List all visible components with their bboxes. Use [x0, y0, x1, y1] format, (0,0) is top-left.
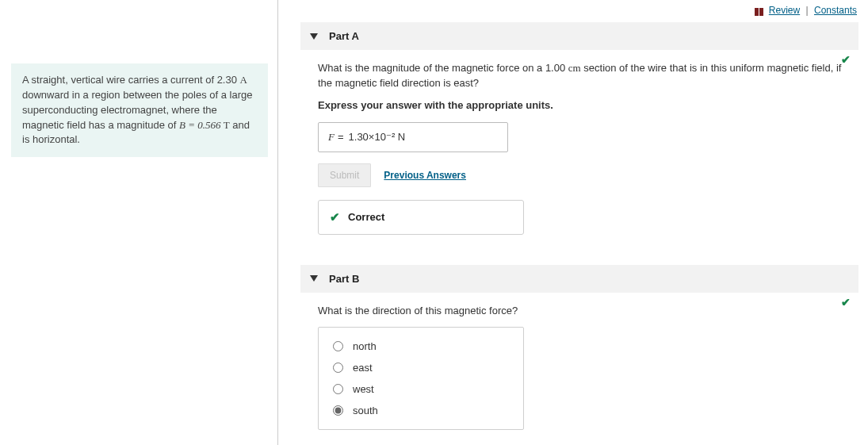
feedback-box: ✔ Correct — [318, 200, 524, 235]
collapse-icon — [310, 33, 318, 40]
radio-label: west — [353, 383, 374, 395]
separator: | — [806, 5, 809, 16]
equals-sign: = — [338, 131, 344, 143]
radio-label: east — [353, 362, 373, 374]
part-b-question: What is the direction of this magnetic f… — [318, 304, 854, 319]
radio-north[interactable] — [333, 341, 343, 351]
answer-input-box[interactable]: F = 1.30×10⁻² N — [318, 122, 508, 152]
part-b-checkmark-icon: ✔ — [841, 296, 851, 309]
part-a-title: Part A — [329, 30, 359, 42]
radio-south[interactable] — [333, 405, 343, 416]
part-a-instruction: Express your answer with the appropriate… — [318, 99, 854, 111]
radio-option-east[interactable]: east — [330, 357, 512, 378]
unit-tesla: T — [224, 119, 230, 131]
problem-text-1: A straight, vertical wire carries a curr… — [22, 74, 240, 86]
answer-symbol: F — [328, 131, 335, 144]
part-b-body: What is the direction of this magnetic f… — [300, 293, 858, 435]
check-icon: ✔ — [330, 210, 340, 224]
feedback-text: Correct — [348, 211, 384, 223]
content-area: Review | Constants Part A ✔ What is the … — [278, 0, 868, 445]
part-a-header[interactable]: Part A ✔ — [300, 22, 858, 50]
part-a-question: What is the magnitude of the magnetic fo… — [318, 61, 854, 91]
part-a-checkmark-icon: ✔ — [841, 53, 851, 66]
previous-answers-link[interactable]: Previous Answers — [384, 170, 466, 181]
direction-radio-group: north east west south — [318, 327, 524, 430]
answer-value: 1.30×10⁻² N — [349, 131, 406, 143]
collapse-icon — [310, 275, 318, 282]
radio-label: south — [353, 405, 378, 416]
radio-option-north[interactable]: north — [330, 336, 512, 357]
radio-west[interactable] — [333, 384, 343, 394]
part-b-header[interactable]: Part B ✔ — [300, 265, 858, 293]
unit-amp: A — [240, 74, 247, 86]
part-a: Part A ✔ What is the magnitude of the ma… — [300, 22, 858, 240]
field-equation: B = 0.566 — [179, 119, 224, 131]
radio-label: north — [353, 340, 377, 352]
radio-option-south[interactable]: south — [330, 400, 512, 421]
radio-option-west[interactable]: west — [330, 378, 512, 400]
unit-cm: cm — [568, 62, 581, 74]
radio-east[interactable] — [333, 363, 343, 373]
submit-button[interactable]: Submit — [318, 163, 371, 187]
part-b-title: Part B — [329, 273, 359, 285]
problem-sidebar: A straight, vertical wire carries a curr… — [0, 0, 277, 445]
top-links: Review | Constants — [755, 5, 857, 16]
constants-link[interactable]: Constants — [814, 5, 857, 16]
action-row: Submit Previous Answers — [318, 163, 854, 187]
part-b: Part B ✔ What is the direction of this m… — [300, 265, 858, 435]
flag-icon — [755, 7, 764, 15]
part-a-body: What is the magnitude of the magnetic fo… — [300, 50, 858, 240]
problem-statement: A straight, vertical wire carries a curr… — [11, 63, 268, 157]
q-text-1: What is the magnitude of the magnetic fo… — [318, 62, 568, 74]
review-link[interactable]: Review — [769, 5, 800, 16]
